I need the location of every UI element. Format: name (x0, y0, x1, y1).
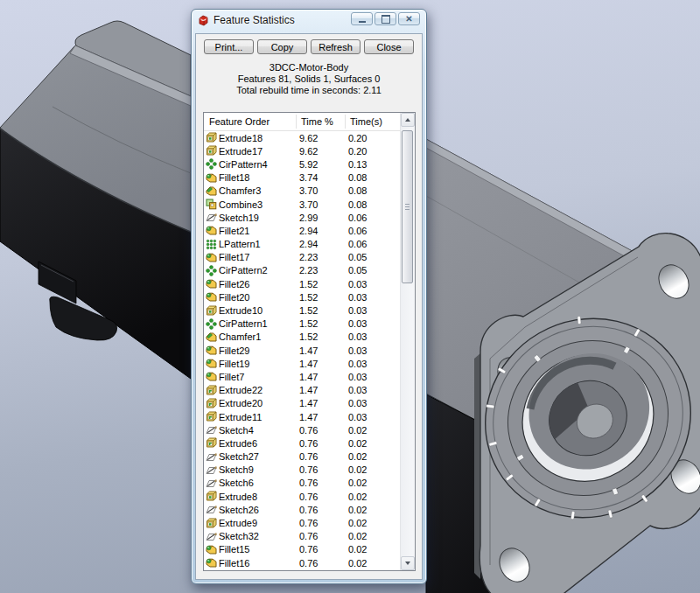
feature-time-pct: 1.52 (299, 318, 348, 329)
feature-time-pct: 1.47 (299, 372, 348, 382)
feature-time-s: 0.03 (348, 331, 401, 342)
feature-time-s: 0.08 (348, 199, 401, 210)
feature-name: Fillet15 (219, 544, 299, 555)
feature-counts: Features 81, Solids 1, Surfaces 0 (196, 73, 422, 85)
table-row[interactable]: Fillet261.520.03 (204, 277, 401, 290)
table-row[interactable]: Chamfer33.700.08 (204, 185, 401, 198)
table-row[interactable]: CirPattern22.230.05 (204, 264, 401, 277)
feature-name: Extrude22 (219, 385, 299, 395)
fillet-icon (206, 557, 217, 569)
fillet-icon (206, 172, 217, 184)
cirpattern-icon (206, 318, 217, 330)
feature-time-s: 0.02 (348, 558, 401, 569)
table-row[interactable]: Extrude201.470.03 (204, 397, 401, 410)
table-row[interactable]: Sketch90.760.02 (204, 464, 401, 477)
table-row[interactable]: Sketch260.760.02 (204, 503, 401, 516)
table-row[interactable]: Sketch60.760.02 (204, 477, 401, 490)
table-row[interactable]: Extrude90.760.02 (204, 516, 401, 529)
scroll-up-button[interactable] (401, 113, 415, 127)
table-row[interactable]: Fillet150.760.02 (204, 543, 401, 556)
print-button[interactable]: Print... (204, 39, 254, 54)
fillet-icon (206, 225, 217, 236)
table-row[interactable]: Extrude111.470.03 (204, 410, 401, 423)
table-row[interactable]: Combine33.700.08 (204, 198, 401, 211)
copy-button[interactable]: Copy (257, 39, 307, 54)
column-feature-order[interactable]: Feature Order (209, 116, 270, 127)
table-row[interactable]: Extrude80.760.02 (204, 490, 401, 503)
table-row[interactable]: Fillet291.470.03 (204, 344, 401, 357)
extrude-cut-icon (206, 385, 217, 396)
feature-name: Extrude18 (219, 133, 299, 143)
feature-time-s: 0.08 (348, 172, 401, 183)
feature-time-s: 0.02 (348, 544, 401, 555)
table-row[interactable]: CirPattern11.520.03 (204, 317, 401, 331)
feature-name: Sketch26 (219, 505, 299, 515)
combine-icon (206, 199, 217, 210)
close-button[interactable]: Close (364, 39, 414, 54)
table-row[interactable]: CirPattern45.920.13 (204, 157, 401, 171)
table-row[interactable]: Fillet160.760.02 (204, 556, 401, 569)
header-separator (345, 115, 346, 129)
table-row[interactable]: Chamfer11.520.03 (204, 331, 401, 344)
feature-time-s: 0.02 (348, 464, 401, 475)
feature-name: Fillet7 (219, 372, 299, 382)
table-row[interactable]: Sketch270.760.02 (204, 450, 401, 464)
table-row[interactable]: LPattern12.940.06 (204, 238, 401, 251)
feature-time-pct: 1.52 (299, 305, 348, 316)
list-header[interactable]: Feature Order Time % Time(s) (204, 113, 401, 131)
feature-time-pct: 0.76 (299, 518, 348, 528)
feature-time-pct: 1.47 (299, 385, 348, 395)
dialog-client-area: Print... Copy Refresh Close 3DCC-Motor-B… (195, 33, 423, 580)
table-row[interactable] (204, 569, 401, 570)
extrude-cut-icon (206, 437, 217, 449)
feature-name: Sketch27 (219, 451, 299, 462)
scroll-down-button[interactable] (401, 556, 415, 570)
feature-time-pct: 0.76 (299, 492, 348, 502)
table-row[interactable]: Sketch320.760.02 (204, 530, 401, 543)
feature-name: Extrude9 (219, 518, 299, 528)
table-row[interactable]: Extrude179.620.20 (204, 144, 401, 157)
table-row[interactable]: Fillet212.940.06 (204, 224, 401, 237)
feature-statistics-list: Feature Order Time % Time(s) Extrude189.… (203, 112, 416, 571)
flange-thickness-edge (474, 353, 480, 579)
table-row[interactable]: Extrude189.620.20 (204, 131, 401, 144)
table-row[interactable]: Fillet191.470.03 (204, 357, 401, 370)
feature-name: Fillet19 (219, 359, 299, 369)
column-time-pct[interactable]: Time % (301, 116, 333, 127)
table-row[interactable]: Extrude101.520.03 (204, 303, 401, 317)
scrollbar-thumb[interactable] (402, 130, 413, 283)
close-window-button[interactable]: ✕ (398, 12, 420, 25)
minimize-button[interactable] (351, 12, 373, 25)
feature-time-pct: 2.94 (299, 239, 348, 249)
feature-time-pct: 0.76 (299, 478, 348, 488)
feature-time-pct: 0.76 (299, 464, 348, 475)
feature-statistics-dialog[interactable]: Feature Statistics ✕ Print... Copy Refre… (191, 9, 427, 584)
feature-name: Sketch32 (219, 531, 299, 541)
table-row[interactable]: Fillet172.230.05 (204, 251, 401, 264)
extrude-boss-icon (206, 518, 217, 529)
feature-time-s: 0.03 (348, 345, 401, 356)
table-row[interactable]: Extrude221.470.03 (204, 384, 401, 397)
feature-time-s: 0.03 (348, 279, 401, 290)
column-time-s[interactable]: Time(s) (350, 116, 382, 127)
table-row[interactable]: Sketch40.760.02 (204, 423, 401, 436)
cirpattern-icon (206, 158, 217, 170)
maximize-button[interactable] (374, 12, 396, 25)
refresh-button[interactable]: Refresh (311, 39, 360, 54)
feature-name: Extrude10 (219, 305, 299, 316)
fillet-icon (206, 371, 217, 382)
fillet-icon (206, 291, 217, 303)
feature-name: Extrude8 (219, 492, 299, 502)
table-row[interactable]: Fillet201.520.03 (204, 290, 401, 303)
titlebar[interactable]: Feature Statistics ✕ (192, 10, 426, 30)
table-row[interactable]: Fillet71.470.03 (204, 370, 401, 383)
feature-time-s: 0.03 (348, 292, 401, 303)
vertical-scrollbar[interactable] (400, 113, 415, 570)
table-row[interactable]: Extrude60.760.02 (204, 436, 401, 450)
feature-name: Fillet29 (219, 345, 299, 356)
fillet-icon (206, 345, 217, 356)
feature-name: LPattern1 (219, 239, 299, 249)
feature-time-pct: 5.92 (299, 159, 348, 170)
table-row[interactable]: Sketch192.990.06 (204, 211, 401, 224)
table-row[interactable]: Fillet183.740.08 (204, 171, 401, 185)
